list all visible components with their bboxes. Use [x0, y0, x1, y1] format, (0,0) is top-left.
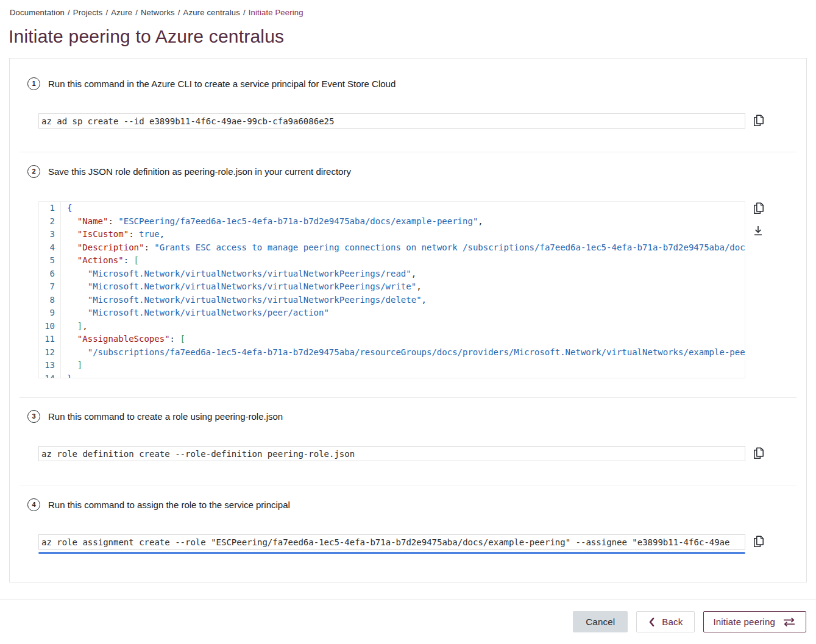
- breadcrumb-item-azure[interactable]: Azure: [111, 8, 132, 17]
- step-4-code-row: az role assignment create --role "ESCPee…: [38, 534, 806, 550]
- copy-icon: [751, 446, 765, 461]
- code-line: 7 "Microsoft.Network/virtualNetworks/vir…: [39, 280, 745, 294]
- step-divider: [20, 397, 796, 398]
- step-4-number-badge: 4: [27, 498, 40, 511]
- line-number: 5: [39, 254, 61, 267]
- step-1-copy-button[interactable]: [751, 113, 765, 128]
- step-4-horizontal-scrollbar[interactable]: [38, 552, 745, 554]
- download-icon: [751, 224, 765, 238]
- breadcrumb-separator: /: [243, 8, 246, 17]
- step-2-copy-button[interactable]: [751, 201, 765, 216]
- step-3-instruction: Run this command to create a role using …: [48, 411, 283, 422]
- breadcrumb: Documentation/Projects/Azure/Networks/Az…: [0, 0, 816, 17]
- code-line: 14}: [39, 372, 745, 379]
- step-2-download-button[interactable]: [751, 224, 765, 238]
- step-1-number-badge: 1: [27, 77, 40, 90]
- step-4-command-field[interactable]: az role assignment create --role "ESCPee…: [38, 534, 745, 550]
- step-1-code-row: az ad sp create --id e3899b11-4f6c-49ae-…: [38, 113, 806, 129]
- step-2-editor-icons: [751, 201, 765, 238]
- footer-actions: Cancel Back Initiate peering: [0, 611, 806, 632]
- line-number: 12: [39, 346, 61, 359]
- copy-icon: [751, 534, 765, 549]
- step-2-number-badge: 2: [27, 165, 40, 178]
- breadcrumb-separator: /: [68, 8, 70, 17]
- step-3-copy-button[interactable]: [751, 446, 765, 461]
- breadcrumb-item-documentation[interactable]: Documentation: [10, 8, 65, 17]
- code-line: 4 "Description": "Grants ESC access to m…: [39, 241, 745, 255]
- line-number: 7: [39, 280, 61, 294]
- breadcrumb-separator: /: [135, 8, 138, 17]
- breadcrumb-item-networks[interactable]: Networks: [141, 8, 175, 17]
- code-line: 13 ]: [39, 359, 745, 372]
- code-line: 5 "Actions": [: [39, 254, 745, 267]
- step-3-command-field[interactable]: az role definition create --role-definit…: [38, 446, 745, 461]
- step-4-copy-button[interactable]: [751, 534, 765, 549]
- copy-icon: [751, 201, 765, 216]
- line-number: 10: [39, 320, 61, 333]
- json-editor-lines: 1{2 "Name": "ESCPeering/fa7eed6a-1ec5-4e…: [39, 202, 745, 378]
- code-line: 3 "IsCustom": true,: [39, 228, 745, 241]
- back-button[interactable]: Back: [636, 611, 695, 632]
- initiate-peering-label: Initiate peering: [713, 617, 775, 627]
- code-line: 1{: [39, 202, 745, 215]
- step-2-header: 2 Save this JSON role definition as peer…: [27, 165, 806, 178]
- step-4-instruction: Run this command to assign the role to t…: [48, 500, 290, 510]
- line-number: 9: [39, 306, 61, 320]
- initiate-peering-button[interactable]: Initiate peering: [703, 611, 806, 632]
- step-3-number-badge: 3: [27, 410, 40, 423]
- step-2-editor-row: 1{2 "Name": "ESCPeering/fa7eed6a-1ec5-4e…: [38, 201, 806, 378]
- step-1-command-field[interactable]: az ad sp create --id e3899b11-4f6c-49ae-…: [38, 113, 745, 129]
- back-button-label: Back: [662, 617, 683, 627]
- line-number: 11: [39, 333, 61, 346]
- code-line: 11 "AssignableScopes": [: [39, 333, 745, 346]
- code-line: 2 "Name": "ESCPeering/fa7eed6a-1ec5-4efa…: [39, 215, 745, 228]
- line-number: 14: [39, 372, 61, 379]
- line-number: 13: [39, 359, 61, 372]
- transfer-arrows-icon: [782, 617, 796, 627]
- step-3-header: 3 Run this command to create a role usin…: [27, 409, 806, 423]
- cancel-button[interactable]: Cancel: [573, 611, 628, 632]
- code-line: 9 "Microsoft.Network/virtualNetworks/pee…: [39, 306, 745, 320]
- steps-card: 1 Run this command in the Azure CLI to c…: [9, 58, 807, 582]
- line-number: 4: [39, 241, 61, 255]
- code-line: 10 ],: [39, 320, 745, 333]
- step-3-code-row: az role definition create --role-definit…: [38, 446, 806, 461]
- code-line: 6 "Microsoft.Network/virtualNetworks/vir…: [39, 267, 745, 281]
- step-2-instruction: Save this JSON role definition as peerin…: [48, 166, 351, 177]
- line-number: 8: [39, 294, 61, 307]
- breadcrumb-item-current: Initiate Peering: [249, 8, 303, 17]
- json-role-definition-editor[interactable]: 1{2 "Name": "ESCPeering/fa7eed6a-1ec5-4e…: [38, 201, 745, 378]
- step-divider: [20, 486, 796, 486]
- code-line: 8 "Microsoft.Network/virtualNetworks/vir…: [39, 294, 745, 307]
- code-line: 12 "/subscriptions/fa7eed6a-1ec5-4efa-b7…: [39, 346, 745, 359]
- copy-icon: [751, 113, 765, 128]
- breadcrumb-separator: /: [178, 8, 180, 17]
- chevron-left-icon: [648, 617, 655, 627]
- step-1-header: 1 Run this command in the Azure CLI to c…: [27, 77, 806, 90]
- breadcrumb-separator: /: [105, 8, 108, 17]
- step-1-instruction: Run this command in the Azure CLI to cre…: [48, 79, 396, 89]
- line-number: 3: [39, 228, 61, 241]
- breadcrumb-item-projects[interactable]: Projects: [73, 8, 103, 17]
- step-4-header: 4 Run this command to assign the role to…: [27, 498, 806, 511]
- footer-divider: [0, 600, 816, 600]
- line-number: 1: [39, 202, 61, 215]
- page-title: Initiate peering to Azure centralus: [9, 26, 816, 47]
- step-divider: [20, 152, 796, 152]
- breadcrumb-item-azure-centralus[interactable]: Azure centralus: [183, 8, 240, 17]
- line-number: 2: [39, 215, 61, 228]
- line-number: 6: [39, 267, 61, 281]
